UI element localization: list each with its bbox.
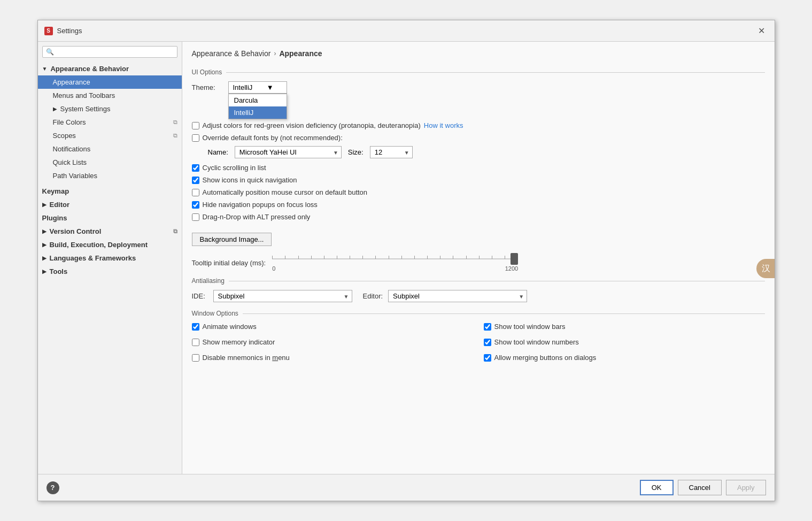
bottom-bar: ? OK Cancel Apply — [38, 474, 775, 501]
how-it-works-link[interactable]: How it works — [424, 121, 463, 129]
font-size-select[interactable]: 12 — [370, 146, 413, 158]
sidebar-item-system-settings[interactable]: ▶ System Settings — [38, 102, 182, 116]
background-image-button[interactable]: Background Image... — [192, 233, 272, 246]
sidebar-item-quick-lists[interactable]: Quick Lists — [38, 156, 182, 169]
help-button[interactable]: ? — [47, 481, 59, 494]
ok-button[interactable]: OK — [640, 480, 674, 495]
font-name-select[interactable]: Microsoft YaHei UI — [235, 146, 342, 158]
drag-drop-label: Drag-n-Drop with ALT pressed only — [203, 213, 311, 221]
override-fonts-checkbox[interactable] — [192, 134, 199, 142]
sidebar-item-plugins[interactable]: Plugins — [38, 211, 182, 225]
slider-tick — [350, 256, 350, 259]
show-memory-label: Show memory indicator — [203, 338, 275, 346]
antialiasing-row: IDE: Subpixel None Greyscale ▼ Editor: S… — [192, 290, 765, 302]
sidebar-item-path-variables[interactable]: Path Variables — [38, 169, 182, 182]
theme-dropdown-arrow-icon: ▼ — [267, 83, 274, 91]
hide-nav-checkbox[interactable] — [192, 201, 199, 209]
slider-tick — [492, 256, 492, 259]
window-options-grid: Animate windows Show tool window bars Sh… — [192, 323, 765, 366]
sidebar-item-keymap[interactable]: Keymap — [38, 185, 182, 198]
font-size-select-wrapper: 12 ▼ — [370, 146, 413, 158]
show-tool-bars-checkbox[interactable] — [484, 323, 491, 331]
show-memory-checkbox[interactable] — [192, 339, 199, 346]
theme-option-darcula[interactable]: Darcula — [229, 94, 287, 106]
antialiasing-header: Antialiasing — [192, 277, 765, 285]
override-fonts-row[interactable]: Override default fonts by (not recommend… — [192, 134, 765, 142]
cyclic-scrolling-checkbox[interactable] — [192, 164, 199, 172]
slider-tick — [311, 256, 312, 259]
expand-arrow-icon: ▶ — [42, 242, 47, 248]
sidebar-item-languages-frameworks[interactable]: ▶ Languages & Frameworks — [38, 251, 182, 265]
auto-mouse-label: Automatically position mouse cursor on d… — [203, 188, 368, 196]
action-buttons: OK Cancel Apply — [640, 480, 766, 495]
show-icons-row[interactable]: Show icons in quick navigation — [192, 176, 765, 184]
show-icons-checkbox[interactable] — [192, 177, 199, 184]
show-tool-bars-row[interactable]: Show tool window bars — [484, 323, 765, 331]
sidebar-item-appearance[interactable]: Appearance — [38, 75, 182, 89]
disable-mnemonics-checkbox[interactable] — [192, 354, 199, 362]
window-options-header: Window Options — [192, 310, 765, 317]
slider-thumb[interactable] — [511, 253, 518, 265]
expand-arrow-icon: ▶ — [42, 269, 47, 274]
show-memory-row[interactable]: Show memory indicator — [192, 338, 473, 346]
drag-drop-checkbox[interactable] — [192, 213, 199, 221]
slider-tick — [453, 256, 453, 259]
sidebar-item-build-execution[interactable]: ▶ Build, Execution, Deployment — [38, 238, 182, 251]
sidebar-item-notifications[interactable]: Notifications — [38, 142, 182, 156]
title-bar: S Settings ✕ — [38, 20, 775, 42]
sidebar-item-editor[interactable]: ▶ Editor — [38, 198, 182, 211]
sidebar-item-version-control[interactable]: ▶ Version Control ⧉ — [38, 225, 182, 238]
slider-tick — [505, 256, 505, 259]
sidebar-item-appearance-behavior[interactable]: ▼ Appearance & Behavior — [38, 62, 182, 75]
editor-aa-select-wrapper: Subpixel None Greyscale ▼ — [388, 290, 527, 302]
apply-button[interactable]: Apply — [726, 480, 766, 495]
disable-mnemonics-row[interactable]: Disable mnemonics in menu — [192, 354, 473, 362]
search-box[interactable]: 🔍 — [42, 46, 177, 58]
sidebar-item-tools[interactable]: ▶ Tools — [38, 265, 182, 278]
theme-option-intellij[interactable]: IntelliJ — [229, 106, 287, 119]
sidebar-item-label: Appearance — [53, 78, 90, 86]
breadcrumb-current: Appearance — [279, 49, 322, 58]
show-icons-label: Show icons in quick navigation — [203, 176, 297, 184]
adjust-colors-checkbox[interactable] — [192, 122, 199, 129]
animate-windows-checkbox[interactable] — [192, 323, 199, 331]
sidebar-item-file-colors[interactable]: File Colors ⧉ — [38, 116, 182, 129]
show-tool-numbers-row[interactable]: Show tool window numbers — [484, 338, 765, 346]
ide-aa-select[interactable]: Subpixel None Greyscale — [213, 290, 352, 302]
sidebar-item-label: Menus and Toolbars — [53, 91, 115, 99]
close-button[interactable]: ✕ — [755, 25, 768, 37]
theme-dropdown-menu: Darcula IntelliJ — [228, 94, 287, 119]
cyclic-scrolling-label: Cyclic scrolling in list — [203, 164, 266, 172]
adjust-colors-row[interactable]: Adjust colors for red-green vision defic… — [192, 121, 765, 129]
expand-arrow-icon: ▶ — [53, 106, 57, 112]
search-icon: 🔍 — [46, 48, 54, 56]
sidebar-item-label: Quick Lists — [53, 158, 87, 166]
adjust-colors-label: Adjust colors for red-green vision defic… — [203, 121, 421, 129]
sidebar-item-label: System Settings — [60, 105, 111, 113]
show-tool-numbers-label: Show tool window numbers — [494, 338, 579, 346]
editor-aa-label: Editor: — [363, 292, 383, 300]
show-tool-numbers-checkbox[interactable] — [484, 339, 491, 346]
hide-nav-row[interactable]: Hide navigation popups on focus loss — [192, 201, 765, 209]
slider-tick — [298, 256, 299, 259]
copy-icon: ⧉ — [173, 119, 177, 126]
slider-tick — [337, 256, 337, 259]
allow-merging-row[interactable]: Allow merging buttons on dialogs — [484, 354, 765, 362]
slider-max-label: 1200 — [505, 265, 518, 272]
floating-translate-button[interactable]: 汉 — [756, 259, 775, 278]
slider-tick — [375, 256, 376, 259]
cancel-button[interactable]: Cancel — [678, 480, 722, 495]
animate-windows-row[interactable]: Animate windows — [192, 323, 473, 331]
tooltip-slider[interactable]: 0 1200 — [272, 254, 518, 272]
editor-aa-select[interactable]: Subpixel None Greyscale — [388, 290, 527, 302]
cyclic-scrolling-row[interactable]: Cyclic scrolling in list — [192, 164, 765, 172]
show-tool-bars-label: Show tool window bars — [494, 323, 566, 331]
search-input[interactable] — [56, 48, 174, 56]
theme-select-button[interactable]: IntelliJ ▼ — [228, 81, 287, 94]
auto-mouse-row[interactable]: Automatically position mouse cursor on d… — [192, 188, 765, 196]
sidebar-item-scopes[interactable]: Scopes ⧉ — [38, 129, 182, 142]
auto-mouse-checkbox[interactable] — [192, 189, 199, 196]
sidebar-item-menus-toolbars[interactable]: Menus and Toolbars — [38, 89, 182, 102]
allow-merging-checkbox[interactable] — [484, 354, 491, 362]
drag-drop-row[interactable]: Drag-n-Drop with ALT pressed only — [192, 213, 765, 221]
